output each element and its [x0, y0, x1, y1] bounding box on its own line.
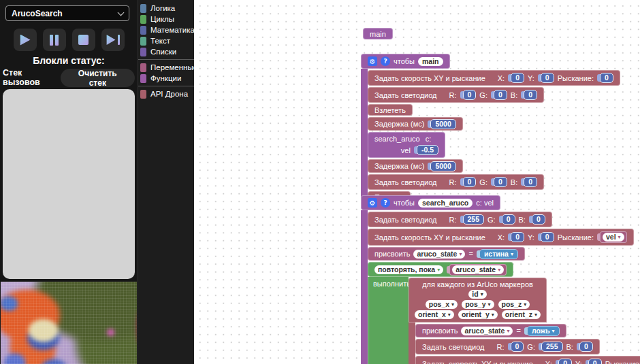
run-controls — [0, 29, 138, 51]
y-value-field[interactable]: 0 — [541, 73, 554, 83]
play-icon — [20, 35, 31, 46]
loop-mode-dropdown[interactable]: повторять, пока — [374, 265, 443, 274]
delay-value-field[interactable]: 5000 — [430, 119, 455, 129]
blockly-status-heading: Блокли статус: — [0, 55, 138, 66]
variable-dropdown[interactable]: vel — [603, 233, 624, 242]
id-var-dropdown[interactable]: id — [468, 290, 486, 299]
block-set-led[interactable]: Задать светодиод R: 0 G: 0 B: 0 — [368, 174, 544, 190]
g-value-field[interactable]: 0 — [494, 90, 507, 100]
variable-dropdown[interactable]: aruco_state — [452, 265, 504, 274]
block-set-speed[interactable]: Задать скорость XY и рыскание X: 0 Y: 0 … — [368, 70, 620, 86]
foreach-header[interactable]: для каждого из ArUco маркеров id pos_x p… — [409, 278, 547, 322]
repeat-while-header[interactable]: повторять, пока aruco_state — [368, 262, 513, 277]
clear-stack-button[interactable]: Очистить стек — [61, 69, 135, 87]
block-call-search-aruco[interactable]: search_arucoc: vel -0.5 — [368, 132, 445, 158]
toolbox-category-math[interactable]: Математика — [138, 24, 194, 35]
block-function-main[interactable]: ⚙ ? чтобы main Задать скорость XY и рыск… — [361, 54, 620, 210]
gear-icon[interactable]: ⚙ — [368, 198, 377, 208]
block-set-variable-true[interactable]: присвоить aruco_state = истина — [368, 247, 525, 261]
g-value-field[interactable]: 0 — [502, 214, 515, 225]
b-value-field[interactable]: 0 — [524, 177, 537, 187]
toolbox-divider — [138, 86, 194, 86]
pos-z-var-dropdown[interactable]: pos_z — [498, 300, 530, 309]
g-value-field[interactable]: 0 — [494, 177, 507, 187]
function-name-field[interactable]: main — [418, 57, 443, 66]
toolbox-divider — [138, 59, 194, 60]
block-main-call[interactable]: main — [363, 28, 393, 39]
x-value-field[interactable]: 0 — [558, 359, 572, 364]
toolbox-category-lists[interactable]: Списки — [138, 46, 194, 57]
block-set-led[interactable]: Задать светодиод R: 255 G: 0 B: 0 — [368, 212, 552, 227]
orient-z-var-dropdown[interactable]: orient_z — [502, 310, 541, 319]
category-color-chip — [140, 63, 146, 72]
block-set-led[interactable]: Задать светодиод R: 0 G: 255 B: 0 — [415, 339, 600, 354]
block-variable-aruco-state[interactable]: aruco_state — [449, 264, 507, 276]
program-select-value: ArucoSearch — [12, 9, 63, 18]
toolbox-category-text[interactable]: Текст — [138, 35, 194, 46]
vel-arg-field[interactable]: -0.5 — [417, 145, 438, 155]
toolbox-category-logic[interactable]: Логика — [138, 3, 194, 14]
block-delay[interactable]: Задержка (мс) 5000 — [368, 117, 463, 131]
block-set-variable-false[interactable]: присвоить aruco_state = ложь — [415, 324, 566, 337]
help-icon[interactable]: ? — [381, 198, 390, 208]
y-value-field[interactable]: 0 — [588, 359, 602, 364]
gear-icon[interactable]: ⚙ — [368, 56, 377, 66]
block-set-speed[interactable]: Задать скорость XY и рыскание X: 0 Y: 0 … — [368, 229, 634, 246]
r-value-field[interactable]: 255 — [463, 214, 485, 225]
block-foreach-aruco-marker[interactable]: для каждого из ArUco маркеров id pos_x p… — [409, 278, 640, 364]
toolbox-category-loops[interactable]: Циклы — [138, 14, 194, 24]
delay-value-field[interactable]: 5000 — [430, 161, 455, 171]
pause-button[interactable] — [43, 29, 66, 51]
block-function-search-aruco[interactable]: ⚙ ? чтобы search_aruco c: vel Задать све… — [361, 195, 640, 364]
function-search-aruco-header[interactable]: ⚙ ? чтобы search_aruco c: vel — [361, 195, 500, 210]
variable-dropdown[interactable]: aruco_state — [461, 327, 513, 335]
pause-icon — [50, 35, 59, 46]
block-set-speed[interactable]: Задать скорость XY и рыскание X: 0 Y: 0 … — [415, 356, 640, 364]
step-button[interactable] — [101, 29, 125, 51]
category-color-chip — [140, 48, 146, 56]
block-repeat-while[interactable]: повторять, пока aruco_state выполнить дл… — [368, 262, 640, 364]
b-value-field[interactable]: 0 — [579, 342, 593, 352]
run-button[interactable] — [14, 29, 37, 51]
category-color-chip — [140, 37, 146, 46]
program-select[interactable]: ArucoSearch — [5, 5, 129, 21]
block-logic-true[interactable]: истина — [479, 249, 518, 259]
category-color-chip — [140, 4, 146, 13]
chevron-down-icon — [118, 9, 125, 16]
g-value-field[interactable]: 255 — [541, 342, 563, 352]
x-value-field[interactable]: 0 — [511, 232, 524, 242]
pos-x-var-dropdown[interactable]: pos_x — [426, 300, 458, 309]
block-logic-false[interactable]: ложь — [527, 326, 560, 336]
function-name-field[interactable]: search_aruco — [418, 199, 473, 208]
b-value-field[interactable]: 0 — [524, 90, 537, 100]
toolbox-category-functions[interactable]: Функции — [138, 73, 194, 84]
step-forward-icon — [106, 35, 120, 45]
toolbox-category-drone-api[interactable]: API Дрона — [138, 88, 194, 99]
b-value-field[interactable]: 0 — [532, 214, 545, 225]
stop-button[interactable] — [72, 29, 95, 51]
function-main-header[interactable]: ⚙ ? чтобы main — [361, 54, 450, 69]
category-color-chip — [140, 90, 146, 99]
r-value-field[interactable]: 0 — [511, 342, 524, 352]
orient-y-var-dropdown[interactable]: orient_y — [458, 310, 498, 319]
yaw-value-field[interactable]: 0 — [600, 73, 613, 83]
r-value-field[interactable]: 0 — [463, 90, 477, 100]
orient-x-var-dropdown[interactable]: orient_x — [415, 310, 454, 319]
y-value-field[interactable]: 0 — [541, 232, 554, 242]
camera-feed — [1, 282, 137, 364]
category-color-chip — [140, 26, 146, 35]
x-value-field[interactable]: 0 — [511, 73, 524, 83]
toolbox-category-variables[interactable]: Переменные — [138, 62, 194, 73]
block-variable-vel[interactable]: vel — [600, 231, 627, 243]
block-set-led[interactable]: Задать светодиод R: 0 G: 0 B: 0 — [368, 87, 544, 103]
help-icon[interactable]: ? — [381, 56, 390, 66]
variable-dropdown[interactable]: aruco_state — [413, 250, 465, 259]
stop-icon — [78, 35, 89, 45]
stack-header-row: Стек вызовов Очистить стек — [3, 68, 135, 87]
r-value-field[interactable]: 0 — [463, 177, 477, 187]
call-stack-panel — [3, 89, 135, 279]
block-takeoff[interactable]: Взлететь — [368, 104, 413, 116]
block-delay[interactable]: Задержка (мс) 5000 — [368, 159, 463, 173]
pos-y-var-dropdown[interactable]: pos_y — [462, 300, 494, 309]
blockly-workspace[interactable]: main ⚙ ? чтобы main Задать скорость XY и… — [194, 0, 640, 364]
